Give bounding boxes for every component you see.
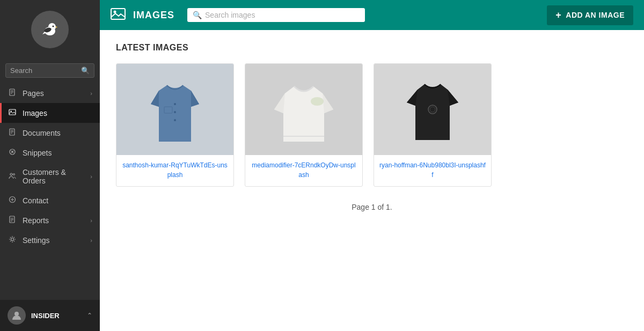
image-card-2[interactable]: mediamodifier-7cERndkOyDw-unsplash <box>245 63 363 187</box>
settings-icon <box>8 236 17 245</box>
user-avatar-icon <box>11 310 22 321</box>
customers-icon <box>8 172 17 181</box>
svg-point-33 <box>174 103 176 105</box>
footer-username: INSIDER <box>31 312 82 320</box>
images-grid: santhosh-kumar-RqYTuWkTdEs-unsplash <box>116 63 628 187</box>
svg-point-29 <box>11 238 14 241</box>
sidebar-item-images[interactable]: Images <box>0 103 100 123</box>
bird-logo-icon <box>37 17 63 42</box>
svg-point-30 <box>14 312 19 316</box>
svg-point-32 <box>114 10 116 13</box>
footer-chevron-icon: ⌃ <box>87 312 92 319</box>
search-input[interactable] <box>10 67 79 75</box>
search-icon: 🔍 <box>81 67 90 75</box>
topbar-search-icon: 🔍 <box>193 11 202 19</box>
image-label-3: ryan-hoffman-6Nub980bl3I-unsplashff <box>374 155 491 186</box>
add-icon: + <box>555 10 561 21</box>
sidebar-search-area: 🔍 <box>0 58 100 83</box>
image-thumb-1 <box>116 64 233 155</box>
sidebar-item-settings[interactable]: Settings › <box>0 230 100 250</box>
pages-label: Pages <box>23 89 90 98</box>
svg-rect-11 <box>9 109 16 115</box>
topbar-images-icon <box>111 8 126 23</box>
sidebar-footer[interactable]: INSIDER ⌃ <box>0 300 100 331</box>
documents-label: Documents <box>23 129 92 137</box>
image-card-3[interactable]: ryan-hoffman-6Nub980bl3I-unsplashff <box>374 63 492 187</box>
add-image-button[interactable]: + ADD AN IMAGE <box>547 5 633 25</box>
pages-arrow-icon: › <box>90 90 92 97</box>
settings-label: Settings <box>23 236 90 245</box>
main-content: IMAGES 🔍 + ADD AN IMAGE LATEST IMAGES <box>100 0 644 331</box>
documents-icon <box>8 128 17 137</box>
sidebar-item-reports[interactable]: Reports › <box>0 210 100 230</box>
svg-rect-31 <box>111 9 125 19</box>
topbar-title: IMAGES <box>133 10 174 21</box>
svg-point-20 <box>10 173 12 175</box>
sidebar-logo <box>31 11 69 48</box>
svg-point-34 <box>174 111 176 113</box>
settings-arrow-icon: › <box>90 237 92 244</box>
topbar: IMAGES 🔍 + ADD AN IMAGE <box>100 0 644 30</box>
sidebar-item-contact[interactable]: Contact <box>0 190 100 210</box>
pages-icon <box>8 89 17 98</box>
snippets-label: Snippets <box>23 149 92 157</box>
sidebar-item-snippets[interactable]: Snippets <box>0 143 100 163</box>
image-label-2: mediamodifier-7cERndkOyDw-unsplash <box>245 155 362 186</box>
shirt-denim-svg <box>148 75 202 144</box>
topbar-search-box[interactable]: 🔍 <box>187 8 365 22</box>
topbar-search-input[interactable] <box>205 11 360 19</box>
reports-label: Reports <box>23 216 90 225</box>
image-thumb-3 <box>374 64 491 155</box>
reports-icon <box>8 216 17 225</box>
image-icon <box>111 8 126 20</box>
images-icon <box>8 108 17 117</box>
sidebar-search-box[interactable]: 🔍 <box>5 63 94 78</box>
image-label-1: santhosh-kumar-RqYTuWkTdEs-unsplash <box>116 155 233 186</box>
section-title: LATEST IMAGES <box>116 43 628 53</box>
sidebar-logo-area <box>0 0 100 58</box>
customers-label: Customers & Orders <box>23 168 90 185</box>
sidebar-item-pages[interactable]: Pages › <box>0 83 100 103</box>
svg-point-3 <box>53 26 54 27</box>
images-label: Images <box>23 109 92 117</box>
shirt-white-svg <box>272 75 336 144</box>
customers-arrow-icon: › <box>90 173 92 180</box>
avatar <box>8 306 26 325</box>
sidebar-item-documents[interactable]: Documents <box>0 123 100 143</box>
images-content: LATEST IMAGES <box>100 30 644 331</box>
sidebar: 🔍 Pages › Images Documents Sni <box>0 0 100 331</box>
svg-point-35 <box>174 119 176 121</box>
svg-point-38 <box>311 97 324 106</box>
image-card-1[interactable]: santhosh-kumar-RqYTuWkTdEs-unsplash <box>116 63 234 187</box>
contact-label: Contact <box>23 196 92 205</box>
shirt-black-svg <box>406 75 459 144</box>
sidebar-item-customers[interactable]: Customers & Orders › <box>0 163 100 190</box>
add-image-label: ADD AN IMAGE <box>566 11 625 19</box>
pagination: Page 1 of 1. <box>116 203 628 211</box>
image-thumb-2 <box>245 64 362 155</box>
contact-icon <box>8 196 17 205</box>
sidebar-nav: Pages › Images Documents Snippets Cust <box>0 83 100 300</box>
snippets-icon <box>8 148 17 157</box>
svg-point-21 <box>13 173 15 175</box>
reports-arrow-icon: › <box>90 217 92 224</box>
